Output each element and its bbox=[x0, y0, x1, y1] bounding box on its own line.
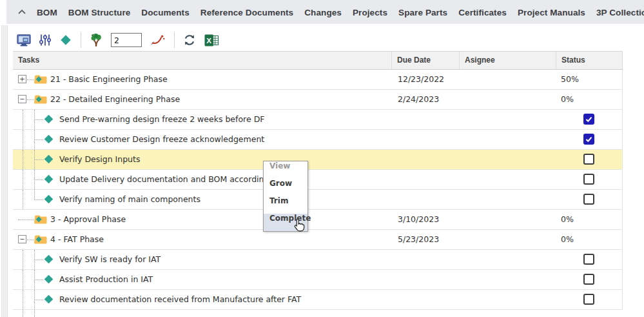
tree-line bbox=[34, 310, 35, 317]
task-row[interactable]: Verify Design Inputs bbox=[13, 150, 623, 170]
monitor-icon[interactable] bbox=[17, 34, 31, 46]
task-diamond-icon bbox=[43, 154, 54, 167]
status-cell: 0% bbox=[556, 230, 623, 249]
expand-icon[interactable]: + bbox=[18, 75, 26, 83]
tree-line bbox=[23, 150, 23, 169]
task-checkbox[interactable] bbox=[583, 274, 594, 285]
tree-line bbox=[23, 290, 23, 309]
phase-label: 22 - Detailed Engineering Phase bbox=[50, 90, 180, 109]
level-input[interactable] bbox=[111, 33, 142, 47]
tree-line bbox=[35, 139, 43, 140]
tab-item-bom[interactable]: BOM bbox=[37, 8, 57, 17]
svg-text:X: X bbox=[206, 36, 211, 44]
tab-item-changes[interactable]: Changes bbox=[304, 8, 342, 17]
collapse-panel-button[interactable] bbox=[17, 9, 26, 15]
tab-item-spare-parts[interactable]: Spare Parts bbox=[398, 8, 447, 17]
tabs-holder: BOMBOM StructureDocumentsReference Docum… bbox=[37, 6, 644, 18]
refresh-icon[interactable] bbox=[183, 34, 196, 46]
menu-item-view[interactable]: View bbox=[264, 161, 307, 179]
task-diamond-icon bbox=[43, 134, 54, 147]
tree-line bbox=[34, 190, 35, 199]
due-date-cell bbox=[392, 190, 460, 209]
excel-export-icon[interactable]: X bbox=[204, 34, 219, 46]
phase-row[interactable]: −4 - FAT Phase5/23/20230% bbox=[13, 230, 623, 250]
asignee-cell bbox=[460, 250, 556, 269]
tree-line bbox=[23, 130, 23, 149]
tab-bar: BOMBOM StructureDocumentsReference Docum… bbox=[6, 0, 644, 24]
toolbar: X bbox=[17, 30, 228, 50]
due-date-cell bbox=[392, 290, 460, 309]
task-checkbox[interactable] bbox=[583, 114, 594, 125]
tasks-cell: Verify naming of main components bbox=[13, 190, 392, 209]
task-row-partial[interactable] bbox=[13, 310, 623, 317]
task-checkbox[interactable] bbox=[583, 254, 594, 265]
tab-item-bom-structure[interactable]: BOM Structure bbox=[68, 8, 131, 17]
tab-item-reference-documents[interactable]: Reference Documents bbox=[200, 8, 293, 17]
tasks-cell: Assist Production in IAT bbox=[13, 270, 392, 289]
task-row[interactable]: Update Delivery documentation and BOM ac… bbox=[13, 170, 623, 190]
menu-item-complete[interactable]: Complete bbox=[264, 214, 307, 231]
due-date-cell bbox=[392, 250, 460, 269]
filter-sliders-icon[interactable] bbox=[39, 34, 51, 46]
task-checkbox[interactable] bbox=[583, 194, 594, 205]
table-header: TasksDue DateAsigneeStatus bbox=[13, 51, 623, 70]
phase-label: 21 - Basic Engineering Phase bbox=[50, 70, 168, 89]
task-checkbox[interactable] bbox=[583, 134, 594, 145]
grow-tree-icon[interactable] bbox=[90, 33, 102, 47]
task-label: Assist Production in IAT bbox=[59, 270, 153, 289]
tasks-cell: 3 - Approval Phase bbox=[13, 210, 392, 229]
phase-row[interactable]: −22 - Detailed Engineering Phase2/24/202… bbox=[13, 90, 623, 110]
tree-line bbox=[23, 190, 23, 209]
task-checkbox[interactable] bbox=[583, 294, 594, 305]
task-row[interactable]: Send Pre-warning design freeze 2 weeks b… bbox=[13, 110, 623, 130]
due-date-cell bbox=[392, 170, 460, 189]
table-body: +21 - Basic Engineering Phase12/23/20225… bbox=[13, 70, 623, 317]
status-cell: 50% bbox=[556, 70, 623, 89]
tasks-cell: Update Delivery documentation and BOM ac… bbox=[13, 170, 392, 189]
task-diamond-icon bbox=[43, 174, 54, 187]
tasks-cell: −4 - FAT Phase bbox=[13, 230, 392, 249]
tab-item-3p-collection[interactable]: 3P Collection bbox=[596, 8, 644, 17]
header-cell-tasks[interactable]: Tasks bbox=[13, 52, 392, 69]
tab-item-project-manuals[interactable]: Project Manuals bbox=[518, 8, 585, 17]
tasks-cell: Verify SW is ready for IAT bbox=[13, 250, 392, 269]
phase-folder-icon bbox=[34, 74, 47, 87]
phase-folder-icon bbox=[34, 94, 47, 107]
tree-line bbox=[23, 270, 23, 289]
collapse-icon[interactable]: − bbox=[18, 235, 26, 243]
header-cell-asignee[interactable]: Asignee bbox=[460, 52, 556, 69]
left-scrollbar[interactable] bbox=[1, 25, 8, 317]
asignee-cell bbox=[460, 290, 556, 309]
header-cell-status[interactable]: Status bbox=[556, 52, 623, 69]
task-row[interactable]: Review documentation received from Manuf… bbox=[13, 290, 623, 310]
tasks-cell: Verify Design Inputs bbox=[13, 150, 392, 169]
task-checkbox[interactable] bbox=[583, 174, 594, 185]
phase-row[interactable]: +21 - Basic Engineering Phase12/23/20225… bbox=[13, 70, 623, 90]
tab-item-documents[interactable]: Documents bbox=[141, 8, 189, 17]
task-checkbox[interactable] bbox=[583, 154, 594, 165]
tasks-cell: Send Pre-warning design freeze 2 weeks b… bbox=[13, 110, 392, 129]
task-label: Review Customer Design freeze acknowledg… bbox=[59, 130, 264, 149]
tasks-cell: Review documentation received from Manuf… bbox=[13, 290, 392, 309]
diamond-icon[interactable] bbox=[59, 34, 72, 46]
status-cell bbox=[556, 190, 623, 209]
status-cell: 0% bbox=[556, 210, 623, 229]
task-row[interactable]: Review Customer Design freeze acknowledg… bbox=[13, 130, 623, 150]
tree-line bbox=[35, 159, 43, 160]
tree-line bbox=[27, 240, 34, 240]
header-cell-due-date[interactable]: Due Date bbox=[392, 52, 460, 69]
tasks-cell bbox=[13, 310, 392, 317]
trim-icon[interactable] bbox=[150, 34, 166, 46]
task-row[interactable]: Verify SW is ready for IAT bbox=[13, 250, 623, 270]
phase-row[interactable]: 3 - Approval Phase3/10/20230% bbox=[13, 210, 623, 230]
collapse-icon[interactable]: − bbox=[18, 95, 26, 103]
tree-line bbox=[23, 110, 23, 129]
menu-item-grow[interactable]: Grow bbox=[264, 179, 307, 196]
task-row[interactable]: Assist Production in IAT bbox=[13, 270, 623, 290]
tab-item-projects[interactable]: Projects bbox=[353, 8, 387, 17]
tab-item-certificates[interactable]: Certificates bbox=[458, 8, 507, 17]
task-row[interactable]: Verify naming of main components bbox=[13, 190, 623, 210]
tree-line bbox=[27, 99, 34, 100]
due-date-cell: 12/23/2022 bbox=[392, 70, 460, 89]
menu-item-trim[interactable]: Trim bbox=[264, 196, 307, 214]
